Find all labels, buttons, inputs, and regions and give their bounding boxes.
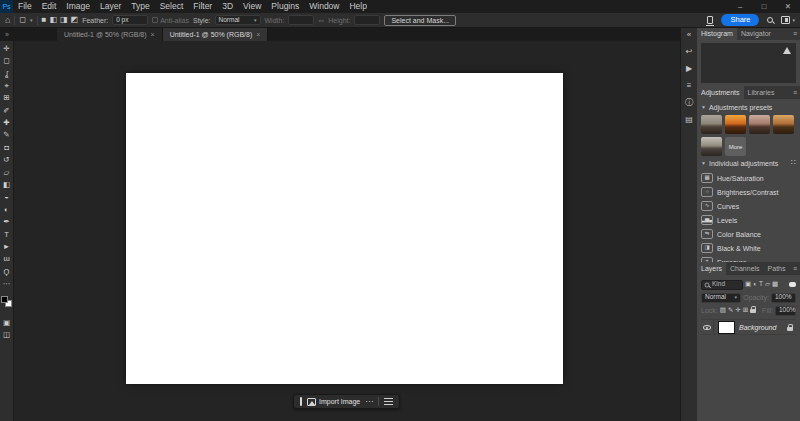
link-dimensions-icon[interactable]: ∾ <box>318 17 324 24</box>
rectangular-marquee-tool[interactable]: ◻ <box>3 56 9 65</box>
adjustment-item[interactable]: ± Exposure <box>701 255 796 262</box>
layer-lock-icon[interactable] <box>787 327 793 331</box>
foreground-color-swatch[interactable] <box>1 296 8 303</box>
path-selection-tool[interactable]: ► <box>3 242 10 251</box>
menu-item[interactable]: Help <box>344 2 371 11</box>
menu-item[interactable]: Layer <box>95 2 126 11</box>
filter-type-layers-icon[interactable]: T <box>759 281 763 288</box>
panel-menu-icon[interactable]: ≡ <box>790 262 800 275</box>
fill-input[interactable]: 100% <box>775 306 796 316</box>
collapse-panels-icon[interactable]: « <box>687 29 691 40</box>
eraser-tool[interactable]: ▱ <box>4 168 10 177</box>
libraries-panel-icon[interactable]: ▤ <box>685 114 693 125</box>
panel-menu-icon[interactable]: ≡ <box>790 86 800 99</box>
filter-smart-objects-icon[interactable]: ▩ <box>772 281 778 288</box>
lock-all-icon[interactable] <box>750 309 756 313</box>
menu-item[interactable]: Window <box>304 2 344 11</box>
tool-preset-caret-icon[interactable]: ▾ <box>30 18 33 23</box>
antialias-option[interactable]: Anti-alias <box>152 17 189 24</box>
adjustment-item[interactable]: ☼ Brightness/Contrast <box>701 185 796 199</box>
select-and-mask-button[interactable]: Select and Mask... <box>384 15 456 26</box>
hand-tool[interactable]: ɯ <box>3 255 9 264</box>
menu-item[interactable]: View <box>238 2 266 11</box>
layer-filter-select[interactable]: Kind <box>701 280 743 290</box>
document-canvas[interactable] <box>126 73 563 384</box>
filter-adjustment-layers-icon[interactable]: ◐ <box>753 281 757 288</box>
preset-thumbnail[interactable] <box>701 137 722 156</box>
layer-visibility-cell[interactable] <box>701 320 714 334</box>
filter-pixel-layers-icon[interactable]: ▣ <box>745 281 751 288</box>
actions-panel-icon[interactable]: ▶ <box>686 63 692 74</box>
panel-tab[interactable]: Navigator <box>737 27 775 40</box>
add-to-selection-icon[interactable]: ◧ <box>49 16 57 24</box>
adjustment-item[interactable]: ⇋ Color Balance <box>701 227 796 241</box>
lock-transparency-icon[interactable]: ▨ <box>720 307 726 314</box>
lasso-tool[interactable]: ʆ <box>5 69 8 78</box>
document-tab[interactable]: Untitled-1 @ 50% (RGB/8) × <box>163 28 269 41</box>
adjustments-presets-header[interactable]: ▼ Adjustments presets <box>701 104 796 111</box>
height-input[interactable] <box>354 15 380 25</box>
menu-item[interactable]: Type <box>126 2 154 11</box>
clone-stamp-tool[interactable]: ◘ <box>4 143 9 152</box>
gradient-tool[interactable]: ◧ <box>3 180 10 189</box>
grid-view-icon[interactable]: ∷ <box>791 159 796 167</box>
blur-tool[interactable]: ◒ <box>4 193 9 202</box>
layer-row[interactable]: Background <box>701 319 796 335</box>
eyedropper-tool[interactable]: ✐ <box>3 106 9 115</box>
edit-toolbar-icon[interactable]: ⋯ <box>3 279 11 288</box>
taskbar-drag-handle[interactable] <box>300 397 302 406</box>
warning-icon[interactable] <box>783 47 791 54</box>
close-tab-icon[interactable]: × <box>151 31 155 38</box>
adjustment-item[interactable]: ▦ Hue/Saturation <box>701 171 796 185</box>
close-tab-icon[interactable]: × <box>256 31 260 38</box>
marquee-tool-preset-icon[interactable]: ◻ <box>19 16 26 24</box>
maximize-button[interactable]: □ <box>752 3 776 11</box>
panel-menu-icon[interactable]: ≡ <box>790 27 800 40</box>
menu-item[interactable]: File <box>13 2 37 11</box>
blend-mode-select[interactable]: Normal ▾ <box>701 293 741 303</box>
lock-paint-icon[interactable]: ✎ <box>728 307 733 314</box>
preset-thumbnail[interactable] <box>725 115 746 134</box>
menu-item[interactable]: Filter <box>188 2 217 11</box>
more-options-icon[interactable]: ⋯ <box>365 398 373 406</box>
menu-item[interactable]: Select <box>155 2 189 11</box>
panel-tab[interactable]: Adjustments <box>697 86 744 99</box>
import-image-button[interactable]: Import Image <box>307 398 360 406</box>
menu-item[interactable]: Edit <box>37 2 62 11</box>
preset-thumbnail[interactable] <box>749 115 770 134</box>
pen-tool[interactable]: ✒ <box>3 217 9 226</box>
history-brush-tool[interactable]: ↺ <box>3 156 9 165</box>
quick-mask-icon[interactable]: ▣ <box>3 318 10 327</box>
opacity-input[interactable]: 100% <box>771 293 796 303</box>
filter-shape-layers-icon[interactable]: ▱ <box>765 281 770 288</box>
menu-item[interactable]: Plugins <box>266 2 304 11</box>
color-swatches[interactable] <box>1 296 12 307</box>
layer-filter-toggle[interactable] <box>789 282 796 287</box>
minimize-button[interactable]: – <box>728 3 752 11</box>
feather-input[interactable]: 0 px <box>112 15 148 25</box>
device-preview-icon[interactable] <box>707 16 713 24</box>
individual-adjustments-header[interactable]: ▼ Individual adjustments ∷ <box>701 159 796 167</box>
width-input[interactable] <box>288 15 314 25</box>
info-panel-icon[interactable]: ⓘ <box>685 97 693 108</box>
lock-position-icon[interactable]: ✛ <box>735 307 740 314</box>
preset-thumbnail[interactable] <box>773 115 794 134</box>
panel-tab[interactable]: Channels <box>726 262 764 275</box>
intersect-selection-icon[interactable]: ◩ <box>71 16 79 24</box>
antialias-checkbox[interactable] <box>152 17 158 23</box>
adjustment-item[interactable]: ∿ Curves <box>701 199 796 213</box>
collapse-tools-icon[interactable]: » <box>0 28 14 41</box>
screen-mode-icon[interactable]: ◫ <box>3 330 10 339</box>
document-tab[interactable]: Untitled-1 @ 50% (RGB/8) × <box>57 28 163 41</box>
zoom-tool[interactable]: Ϙ <box>4 267 10 276</box>
style-select[interactable]: Normal ▾ <box>215 15 261 25</box>
panel-tab[interactable]: Libraries <box>744 86 779 99</box>
spot-healing-brush-tool[interactable]: ✚ <box>3 118 9 127</box>
home-icon[interactable]: ⌂ <box>5 16 10 25</box>
taskbar-settings-icon[interactable] <box>384 396 393 407</box>
layer-thumbnail[interactable] <box>718 321 735 334</box>
new-selection-icon[interactable]: ■ <box>42 16 47 24</box>
more-presets-button[interactable]: More <box>725 137 746 156</box>
workspace-switcher[interactable]: ▾ <box>781 16 795 24</box>
search-icon[interactable] <box>767 17 773 23</box>
